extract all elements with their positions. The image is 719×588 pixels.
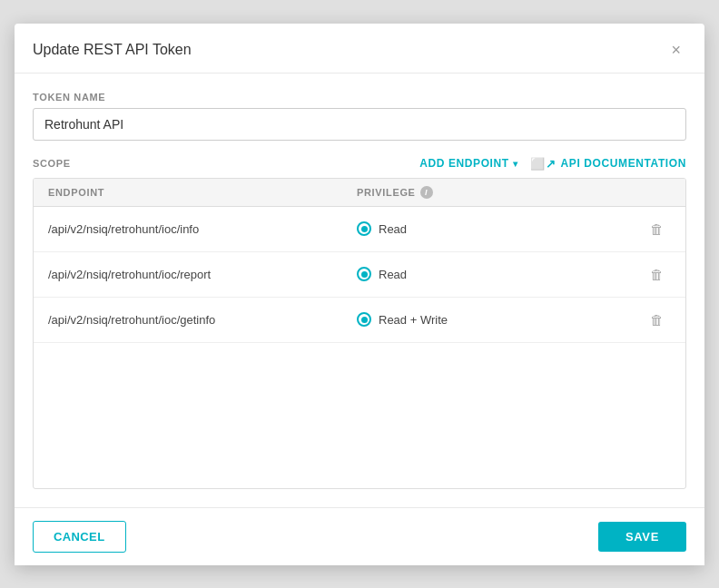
chevron-down-icon: ▾: [513, 159, 518, 169]
delete-row-button[interactable]: 🗑: [646, 265, 667, 284]
table-header: ENDPOINT PRIVILEGE i: [34, 179, 685, 207]
privilege-text: Read: [379, 268, 407, 281]
privilege-cell: Read + Write: [357, 312, 642, 327]
radio-read-write-icon[interactable]: [357, 312, 371, 327]
external-link-icon: ⬜↗: [530, 157, 556, 171]
token-name-input[interactable]: [33, 108, 686, 141]
scope-header: SCOPE ADD ENDPOINT ▾ ⬜↗ API DOCUMENTATIO…: [33, 157, 686, 171]
update-api-token-dialog: Update REST API Token × TOKEN NAME SCOPE…: [15, 24, 704, 565]
table-row: /api/v2/nsiq/retrohunt/ioc/report Read 🗑: [34, 252, 685, 298]
dialog-footer: CANCEL SAVE: [15, 507, 704, 565]
add-endpoint-label: ADD ENDPOINT: [419, 157, 509, 170]
endpoint-cell: /api/v2/nsiq/retrohunt/ioc/report: [48, 268, 357, 281]
endpoints-table: ENDPOINT PRIVILEGE i /api/v2/nsiq/retroh…: [33, 178, 686, 489]
api-documentation-button[interactable]: ⬜↗ API DOCUMENTATION: [530, 157, 686, 171]
privilege-column-header: PRIVILEGE i: [357, 186, 671, 199]
table-row: /api/v2/nsiq/retrohunt/ioc/getinfo Read …: [34, 298, 685, 343]
delete-cell: 🗑: [642, 265, 671, 284]
add-endpoint-button[interactable]: ADD ENDPOINT ▾: [419, 157, 517, 170]
endpoint-cell: /api/v2/nsiq/retrohunt/ioc/info: [48, 222, 357, 236]
table-row: /api/v2/nsiq/retrohunt/ioc/info Read 🗑: [34, 207, 685, 252]
token-name-label: TOKEN NAME: [33, 92, 686, 103]
api-doc-label: API DOCUMENTATION: [561, 157, 686, 170]
info-icon: i: [420, 186, 433, 199]
delete-cell: 🗑: [642, 220, 671, 239]
save-button[interactable]: SAVE: [598, 522, 686, 552]
delete-cell: 🗑: [642, 310, 671, 329]
privilege-cell: Read: [357, 267, 642, 281]
privilege-text: Read + Write: [379, 313, 448, 327]
endpoint-column-header: ENDPOINT: [48, 187, 357, 198]
scope-actions: ADD ENDPOINT ▾ ⬜↗ API DOCUMENTATION: [419, 157, 686, 171]
cancel-button[interactable]: CANCEL: [33, 521, 126, 553]
radio-read-icon[interactable]: [357, 221, 371, 236]
dialog-title: Update REST API Token: [33, 42, 192, 58]
close-button[interactable]: ×: [665, 40, 686, 60]
privilege-cell: Read: [357, 221, 642, 236]
dialog-header: Update REST API Token ×: [15, 24, 704, 74]
table-empty-area: [34, 343, 685, 488]
delete-row-button[interactable]: 🗑: [646, 310, 667, 329]
endpoint-cell: /api/v2/nsiq/retrohunt/ioc/getinfo: [48, 313, 357, 327]
scope-label: SCOPE: [33, 158, 71, 169]
radio-read-icon[interactable]: [357, 267, 371, 281]
dialog-body: TOKEN NAME SCOPE ADD ENDPOINT ▾ ⬜↗ API D…: [15, 74, 704, 507]
privilege-text: Read: [379, 222, 407, 236]
delete-row-button[interactable]: 🗑: [646, 220, 667, 239]
